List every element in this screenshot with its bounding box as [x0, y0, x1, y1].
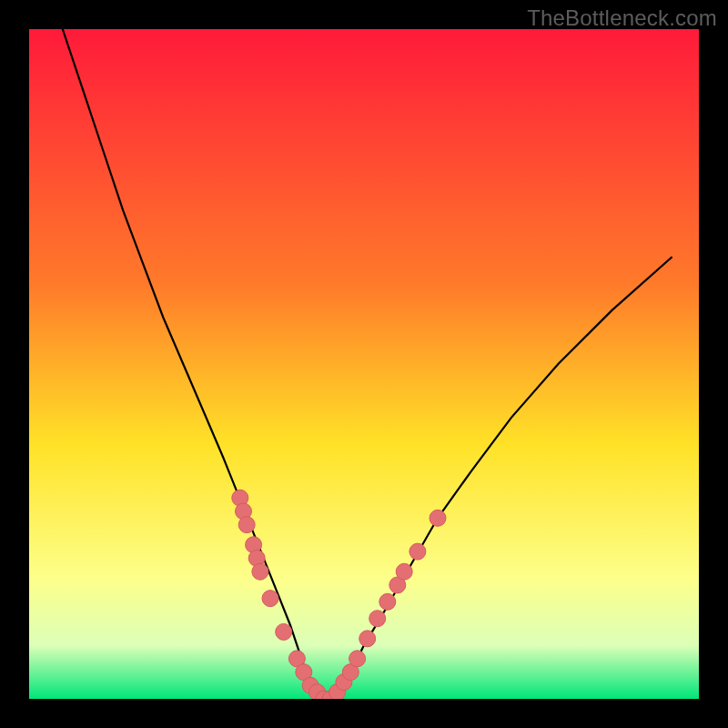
data-marker	[410, 543, 426, 560]
data-marker	[430, 510, 446, 526]
data-marker	[238, 517, 255, 533]
plot-area	[29, 29, 699, 699]
gradient-background	[29, 29, 699, 699]
data-marker	[359, 631, 376, 647]
data-marker	[276, 623, 292, 640]
data-marker	[252, 563, 268, 580]
data-marker	[369, 611, 386, 627]
chart-svg	[29, 29, 699, 699]
watermark-text: TheBottleneck.com	[527, 5, 717, 31]
data-marker	[379, 593, 396, 610]
data-marker	[349, 651, 366, 667]
chart-frame: TheBottleneck.com	[0, 0, 728, 728]
data-marker	[262, 591, 278, 607]
data-marker	[396, 563, 412, 580]
